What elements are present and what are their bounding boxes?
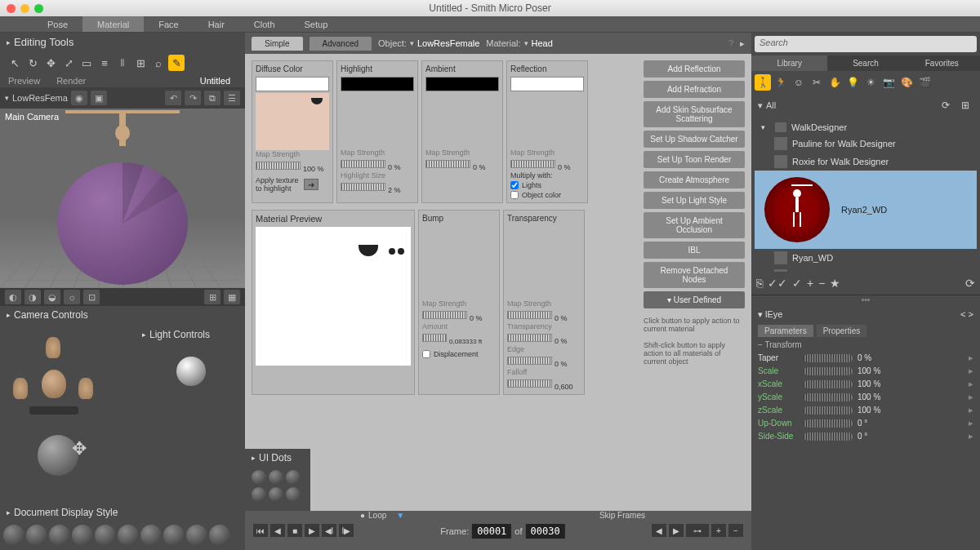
ambient-swatch[interactable]	[425, 77, 499, 91]
camera-icon[interactable]: ◉	[71, 91, 87, 105]
tab-pose[interactable]: Pose	[33, 16, 82, 32]
key-button[interactable]: ⊶	[686, 524, 709, 537]
render-tab[interactable]: Render	[56, 76, 86, 86]
frame-total[interactable]: 00030	[526, 524, 565, 539]
scale-tool[interactable]: ⤢	[60, 55, 77, 71]
tree-icon-2[interactable]: ⊞	[957, 97, 973, 113]
lib-check-icon[interactable]: ✓✓	[768, 277, 787, 290]
param-expand-icon[interactable]: ▸	[969, 431, 973, 441]
lib-remove-icon[interactable]: −	[818, 277, 825, 290]
param-slider[interactable]	[804, 419, 853, 428]
param-expand-icon[interactable]: ▸	[969, 353, 973, 363]
trans-slider[interactable]	[507, 334, 552, 342]
figure-category-icon[interactable]: 🚶	[755, 74, 771, 91]
properties-tab[interactable]: Properties	[817, 325, 867, 337]
light-category-icon[interactable]: ☀	[862, 74, 879, 91]
bump-slider[interactable]	[422, 311, 467, 319]
tl-next-button[interactable]: ▶	[669, 524, 684, 537]
tree-item-pauline[interactable]: Pauline for Walk Designer	[755, 135, 977, 153]
lib-new-icon[interactable]: ⎘	[756, 277, 763, 290]
viewport[interactable]: Main Camera	[0, 109, 245, 288]
tree-all-label[interactable]: All	[766, 100, 776, 110]
camera-category-icon[interactable]: 📷	[880, 74, 897, 91]
help-icon[interactable]: ?	[728, 38, 733, 48]
tab-hair[interactable]: Hair	[194, 16, 239, 32]
hand-category-icon[interactable]: ✋	[826, 74, 843, 91]
face-category-icon[interactable]: ☺	[791, 74, 807, 91]
falloff-slider[interactable]	[507, 379, 552, 388]
cam-hand-right[interactable]	[78, 378, 93, 399]
morph-tool[interactable]: ✎	[168, 55, 185, 71]
search-tab[interactable]: Search	[827, 55, 903, 71]
render-icon[interactable]: ⧉	[204, 91, 220, 105]
ambient-occlusion-button[interactable]: Set Up Ambient Occlusion	[644, 212, 745, 238]
transform-group[interactable]: Transform	[764, 340, 801, 349]
ui-dot-2[interactable]	[269, 470, 283, 485]
prev-frame-button[interactable]: ◀	[270, 524, 285, 537]
cam-hand-left[interactable]	[13, 378, 28, 399]
param-header[interactable]: lEye	[765, 309, 782, 319]
param-expand-icon[interactable]: ▸	[969, 366, 973, 376]
display-style-6[interactable]	[118, 525, 139, 546]
scene-category-icon[interactable]: 🎬	[916, 74, 933, 91]
param-expand-icon[interactable]: ▸	[969, 418, 973, 428]
highlight-swatch[interactable]	[341, 77, 414, 91]
toon-render-button[interactable]: Set Up Toon Render	[644, 151, 745, 168]
first-frame-button[interactable]: ⏮	[253, 524, 268, 537]
param-slider[interactable]	[804, 380, 853, 388]
align-tool[interactable]: ⫴	[114, 55, 131, 71]
ambient-slider[interactable]	[425, 160, 470, 168]
lights-checkbox[interactable]	[510, 181, 519, 189]
object-value[interactable]: LowResFemale	[417, 38, 479, 48]
edge-slider[interactable]	[507, 357, 552, 365]
param-slider[interactable]	[804, 432, 853, 441]
ibl-button[interactable]: IBL	[644, 242, 745, 259]
vp-icon-4[interactable]: ☼	[64, 290, 80, 304]
tree-item-ryan2[interactable]: Ryan2_WD	[755, 171, 977, 249]
diffuse-texture[interactable]	[256, 93, 329, 150]
cam-track[interactable]	[29, 406, 78, 415]
prop-category-icon[interactable]: 💡	[844, 74, 861, 91]
param-slider[interactable]	[804, 354, 853, 362]
param-slider[interactable]	[804, 406, 853, 415]
lib-refresh-icon[interactable]: ⟳	[965, 277, 975, 290]
highlight-slider[interactable]	[341, 160, 385, 168]
material-category-icon[interactable]: 🎨	[898, 74, 915, 91]
cam-hand-top[interactable]	[46, 337, 60, 358]
vp-icon-7[interactable]: ▦	[224, 290, 240, 304]
box-tool[interactable]: ▭	[78, 55, 95, 71]
vp-icon-6[interactable]: ⊞	[204, 290, 220, 304]
undo-icon[interactable]: ↶	[165, 91, 181, 105]
tree-folder[interactable]: WalkDesigner	[755, 120, 977, 135]
display-style-7[interactable]	[140, 525, 162, 546]
light-style-button[interactable]: Set Up Light Style	[644, 192, 745, 209]
display-style-2[interactable]	[26, 525, 47, 546]
redo-icon[interactable]: ↷	[185, 91, 201, 105]
preview-tab[interactable]: Preview	[8, 76, 40, 86]
rotate-tool[interactable]: ↻	[24, 55, 41, 71]
add-sss-button[interactable]: Add Skin Subsurface Scattering	[644, 101, 745, 127]
search-input[interactable]: Search	[755, 36, 977, 52]
ui-dot-4[interactable]	[252, 487, 266, 502]
ui-dot-5[interactable]	[269, 487, 283, 502]
hair-category-icon[interactable]: ✂	[808, 74, 825, 91]
remove-key-button[interactable]: −	[728, 524, 743, 537]
display-style-10[interactable]	[209, 525, 230, 546]
display-style-8[interactable]	[163, 525, 185, 546]
objectcolor-checkbox[interactable]	[510, 191, 519, 199]
lib-accept-icon[interactable]: ✓	[792, 277, 802, 290]
parameters-tab[interactable]: Parameters	[758, 325, 813, 337]
reflection-swatch[interactable]	[510, 77, 584, 91]
diffuse-slider[interactable]	[256, 162, 301, 170]
tree-item-ryan[interactable]: Ryan_WD	[755, 249, 977, 267]
add-reflection-button[interactable]: Add Reflection	[644, 60, 745, 78]
play-button[interactable]: ▶	[305, 524, 319, 537]
vp-icon-3[interactable]: ◒	[44, 290, 60, 304]
param-expand-icon[interactable]: ▸	[969, 379, 973, 389]
frame-current[interactable]: 00001	[472, 524, 511, 539]
displacement-checkbox[interactable]	[422, 350, 430, 358]
param-slider[interactable]	[804, 393, 853, 401]
pose-category-icon[interactable]: 🏃	[773, 74, 789, 91]
reflection-slider[interactable]	[510, 160, 555, 168]
apply-texture-button[interactable]: ➜	[304, 179, 318, 190]
